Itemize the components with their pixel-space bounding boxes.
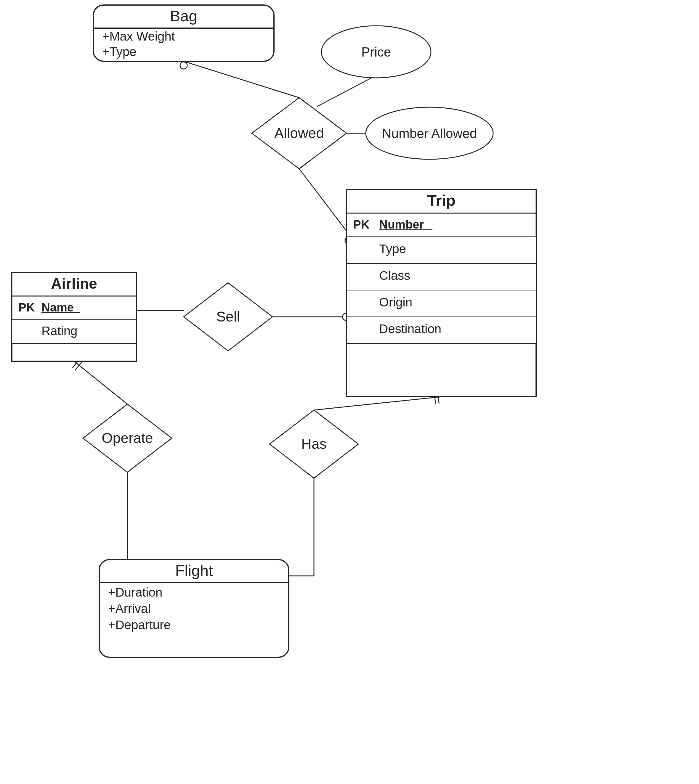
svg-point-1	[180, 62, 187, 69]
svg-text:Destination: Destination	[379, 322, 441, 336]
svg-text:+Departure: +Departure	[108, 618, 171, 632]
svg-text:Name: Name	[41, 301, 74, 314]
svg-text:Airline: Airline	[51, 275, 97, 292]
svg-text:Origin: Origin	[379, 295, 412, 309]
svg-text:Trip: Trip	[427, 192, 455, 209]
svg-line-0	[184, 61, 299, 98]
svg-text:Price: Price	[361, 45, 391, 59]
svg-rect-43	[346, 213, 536, 237]
airline-entity: AirlinePKNameRating	[12, 272, 136, 361]
svg-text:Number: Number	[379, 218, 424, 231]
svg-rect-49	[346, 263, 536, 290]
svg-text:Operate: Operate	[102, 430, 153, 446]
svg-rect-51	[346, 290, 536, 317]
flight-entity: Flight+Duration+Arrival+Departure	[99, 559, 289, 657]
svg-text:Allowed: Allowed	[274, 125, 324, 141]
svg-rect-47	[346, 237, 536, 263]
svg-text:Bag: Bag	[170, 7, 197, 25]
svg-text:Class: Class	[379, 268, 410, 283]
svg-text:Sell: Sell	[216, 309, 240, 324]
trip-entity: TripPKNumberTypeClassOriginDestination	[346, 190, 536, 397]
svg-line-4	[299, 169, 351, 237]
bag-entity: Bag+Max Weight+Type	[93, 5, 274, 61]
svg-text:PK: PK	[353, 218, 369, 231]
svg-text:+Duration: +Duration	[108, 586, 162, 599]
svg-text:+Arrival: +Arrival	[108, 602, 151, 615]
svg-text:+Max Weight: +Max Weight	[102, 29, 175, 43]
svg-text:Rating: Rating	[41, 324, 77, 338]
svg-text:Type: Type	[379, 242, 406, 256]
svg-text:Has: Has	[301, 436, 326, 452]
svg-text:PK: PK	[18, 301, 35, 314]
svg-text:Number Allowed: Number Allowed	[382, 126, 477, 141]
svg-line-23	[314, 397, 441, 410]
svg-line-2	[317, 77, 373, 107]
svg-line-17	[74, 361, 128, 404]
svg-text:+Type: +Type	[102, 45, 137, 59]
svg-text:Flight: Flight	[175, 562, 213, 579]
